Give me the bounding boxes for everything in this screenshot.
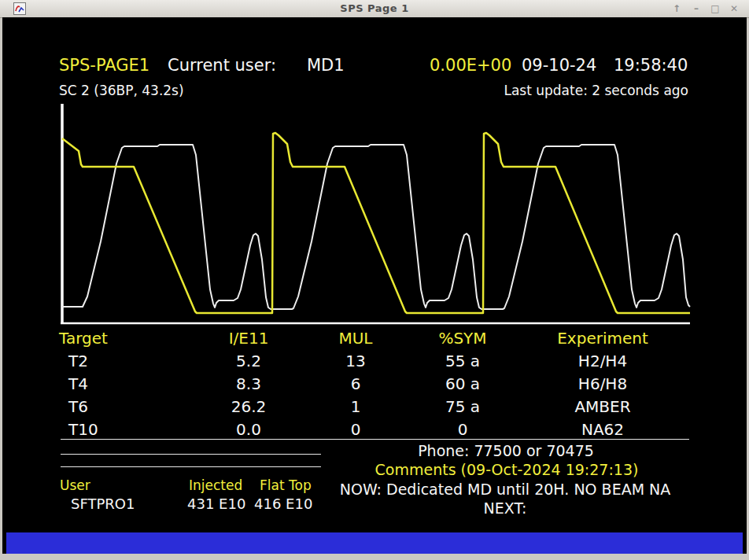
shade-button[interactable]: ↑ [670,2,684,16]
footer-bar [6,532,743,554]
time-readout: 19:58:40 [614,56,688,75]
cell-mul: 1 [351,398,361,416]
cell-experiment: H2/H4 [578,352,627,370]
divider-left-top [61,454,321,455]
close-button[interactable]: ✕ [727,2,741,16]
injected-label: Injected [189,478,242,494]
user-label: User [60,478,90,494]
cell-target: T2 [68,352,88,370]
minimize-button[interactable]: – [689,2,703,16]
page-title: SPS-PAGE1 [59,56,149,75]
cell-ie11: 8.3 [236,375,261,393]
flattop-value: 416 E10 [254,496,312,513]
cell-sym: 55 a [445,352,480,370]
current-user-label: Current user: [168,56,276,75]
cell-mul: 13 [345,352,365,370]
comments-now-line: NOW: Dedicated MD until 20H. NO BEAM NA [340,481,671,499]
date-readout: 09-10-24 [522,56,596,75]
comments-next-line: NEXT: [484,500,527,518]
cell-ie11: 26.2 [231,398,267,416]
col-header-ie11: I/E11 [229,330,269,348]
injected-value: 431 E10 [187,496,245,513]
cell-sym: 60 a [445,375,480,393]
col-header-target: Target [59,330,108,348]
flattop-label: Flat Top [260,478,312,494]
cell-sym: 75 a [445,398,480,416]
col-header-experiment: Experiment [557,330,648,348]
user-value: SFTPRO1 [71,496,135,513]
cell-target: T4 [68,375,88,393]
cell-experiment: AMBER [574,398,630,416]
current-user-value: MD1 [307,56,345,75]
maximize-button[interactable]: □ [708,2,722,16]
phone-label: Phone: 77500 or 70475 [418,443,594,460]
cell-experiment: H6/H8 [578,375,627,393]
window-title: SPS Page 1 [0,2,749,14]
intensity-readout: 0.00E+00 [430,56,511,75]
sps-page1-window: { "window": { "title": "SPS Page 1", "co… [0,0,749,560]
title-bar[interactable]: SPS Page 1 ↑ – □ ✕ [0,0,749,18]
cell-experiment: NA62 [581,421,624,439]
cell-mul: 0 [351,421,361,439]
supercycle-label: SC 2 (36BP, 43.2s) [59,83,184,99]
col-header-mul: MUL [338,330,372,348]
cell-ie11: 5.2 [236,352,261,370]
last-update-label: Last update: 2 seconds ago [504,83,688,99]
col-header-sym: %SYM [438,330,486,348]
cell-target: T6 [68,398,88,416]
divider-left-bottom [61,466,321,467]
cell-target: T10 [68,421,98,439]
divider-full [61,439,689,440]
comments-title: Comments (09-Oct-2024 19:27:13) [375,462,639,479]
cell-sym: 0 [458,421,468,439]
cell-ie11: 0.0 [236,421,261,439]
cell-mul: 6 [351,375,361,393]
